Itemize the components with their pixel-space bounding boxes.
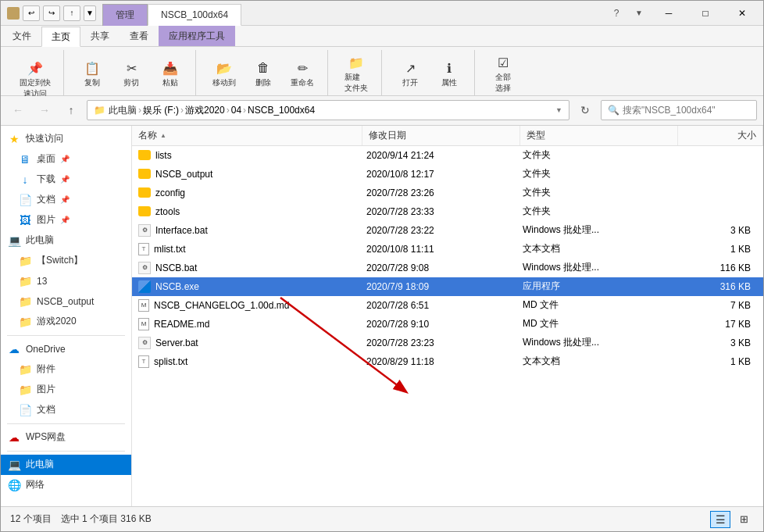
ribbon-btns-select: ☑ 全部选择 <box>484 50 522 97</box>
file-row[interactable]: T mlist.txt 2020/10/8 11:11 文本文档 1 KB <box>132 240 763 259</box>
maximize-button[interactable]: □ <box>687 1 723 26</box>
window: ↩ ↪ ↑ ▼ 管理 NSCB_100dx64 ? ▼ ─ □ ✕ 文件 <box>0 0 764 532</box>
file-row[interactable]: lists 2020/9/14 21:24 文件夹 <box>132 146 763 165</box>
tab-manage[interactable]: 管理 <box>102 4 148 26</box>
sidebar-item-thispc[interactable]: 💻 此电脑 <box>1 230 131 251</box>
address-bar: ← → ↑ 📁 此电脑 › 娱乐 (F:) › 游戏2020 › 04 › NS… <box>1 96 763 126</box>
md-icon: M <box>138 299 149 312</box>
file-type-cell: 文本文档 <box>516 355 673 368</box>
address-box[interactable]: 📁 此电脑 › 娱乐 (F:) › 游戏2020 › 04 › NSCB_100… <box>87 100 569 120</box>
sidebar-item-label: 网络 <box>26 478 45 491</box>
sidebar-item-label: 文档 <box>37 193 55 206</box>
tab-apptool[interactable]: 应用程序工具 <box>159 26 235 46</box>
file-row[interactable]: ztools 2020/7/28 23:33 文件夹 <box>132 202 763 221</box>
status-bar: 12 个项目 选中 1 个项目 316 KB ☰ ⊞ <box>1 506 763 531</box>
file-row[interactable]: zconfig 2020/7/28 23:26 文件夹 <box>132 184 763 202</box>
col-header-date[interactable]: 修改日期 <box>362 126 520 145</box>
md-icon: M <box>138 318 149 330</box>
sidebar-item-pictures[interactable]: 🖼 图片 📌 <box>1 210 131 230</box>
ribbon-btns-organize: 📂 移动到 🗑 删除 ✏ 重命名 <box>205 50 321 97</box>
sidebar-item-nscb-output[interactable]: 📁 NSCB_output <box>1 291 131 312</box>
close-button[interactable]: ✕ <box>724 1 760 26</box>
sidebar-item-13[interactable]: 📁 13 <box>1 271 131 291</box>
sidebar-item-docs2[interactable]: 📄 文档 <box>1 400 131 420</box>
list-view-button[interactable]: ☰ <box>710 511 730 528</box>
file-row[interactable]: M README.md 2020/7/28 9:10 MD 文件 17 KB <box>132 315 763 334</box>
file-name-cell: ztools <box>132 206 360 217</box>
selected-count: 选中 1 个项目 316 KB <box>61 512 152 526</box>
file-type-cell: 文本文档 <box>516 242 673 255</box>
back-button[interactable]: ← <box>7 100 29 120</box>
tab-window-title[interactable]: NSCB_100dx64 <box>148 4 241 26</box>
file-row[interactable]: ⚙ NSCB.bat 2020/7/28 9:08 Windows 批处理...… <box>132 259 763 277</box>
file-name-cell: T splist.txt <box>132 355 360 368</box>
file-name: mlist.txt <box>154 244 354 255</box>
open-btn[interactable]: ↗ 打开 <box>391 55 429 91</box>
sidebar-item-label: 图片 <box>37 213 55 227</box>
tab-share[interactable]: 共享 <box>80 26 120 46</box>
cut-btn[interactable]: ✂ 剪切 <box>112 55 150 91</box>
pin-to-quickaccess-btn[interactable]: 📌 固定到快速访问 <box>13 55 57 102</box>
properties-btn[interactable]: ℹ 属性 <box>430 55 468 91</box>
search-box: 🔍 <box>601 100 757 120</box>
tab-file[interactable]: 文件 <box>2 26 41 46</box>
tab-view[interactable]: 查看 <box>120 26 159 46</box>
sidebar-item-pictures2[interactable]: 📁 图片 <box>1 380 131 400</box>
move-btn[interactable]: 📂 移动到 <box>205 55 243 91</box>
forward-button[interactable]: → <box>34 100 55 120</box>
file-row[interactable]: T splist.txt 2020/8/29 11:18 文本文档 1 KB <box>132 352 763 371</box>
chevron-down-icon[interactable]: ▼ <box>628 3 650 23</box>
paste-btn[interactable]: 📥 粘贴 <box>152 55 189 91</box>
search-input[interactable] <box>623 105 750 116</box>
file-row[interactable]: ⚙ Interface.bat 2020/7/28 23:22 Windows … <box>132 221 763 240</box>
sidebar-item-desktop[interactable]: 🖥 桌面 📌 <box>1 149 131 170</box>
tab-home[interactable]: 主页 <box>41 27 80 47</box>
sidebar-item-label: 此电脑 <box>26 234 54 247</box>
minimize-button[interactable]: ─ <box>651 1 687 26</box>
file-row[interactable]: NSCB_output 2020/10/8 12:17 文件夹 <box>132 165 763 184</box>
sidebar-item-onedrive[interactable]: ☁ OneDrive <box>1 339 131 359</box>
newfolder-btn[interactable]: 📁 新建文件夹 <box>337 50 375 97</box>
file-date-cell: 2020/8/29 11:18 <box>360 356 516 367</box>
copy-btn[interactable]: 📋 复制 <box>73 55 111 91</box>
selectall-btn[interactable]: ☑ 全部选择 <box>484 50 522 97</box>
sidebar-item-switch[interactable]: 📁 【Switch】 <box>1 251 131 271</box>
col-header-type[interactable]: 类型 <box>520 126 678 145</box>
file-name-cell: NSCB.exe <box>132 280 360 293</box>
undo-btn[interactable]: ↩ <box>23 5 40 21</box>
sidebar-item-docs[interactable]: 📄 文档 📌 <box>1 190 131 210</box>
refresh-button[interactable]: ↻ <box>574 100 596 120</box>
sidebar-item-quickaccess[interactable]: ★ 快速访问 <box>1 129 131 149</box>
folder-icon <box>138 150 151 160</box>
bat-icon: ⚙ <box>138 262 151 274</box>
cloud-icon: ☁ <box>7 343 21 355</box>
folder-icon: 📁 <box>18 255 32 267</box>
pin-indicator: 📌 <box>60 195 70 204</box>
file-row[interactable]: ⚙ Server.bat 2020/7/28 23:23 Windows 批处理… <box>132 334 763 352</box>
rename-btn[interactable]: ✏ 重命名 <box>284 55 321 91</box>
up-button[interactable]: ↑ <box>60 100 82 120</box>
more-btn[interactable]: ▼ <box>84 5 96 21</box>
sidebar-item-wpsdisk[interactable]: ☁ WPS网盘 <box>1 427 131 448</box>
txt-icon: T <box>138 243 149 255</box>
col-header-size[interactable]: 大小 <box>678 126 764 145</box>
sort-icon: ▲ <box>160 132 166 139</box>
large-icon-view-button[interactable]: ⊞ <box>734 511 754 528</box>
file-name-cell: ⚙ Interface.bat <box>132 224 360 237</box>
sidebar-item-fujian[interactable]: 📁 附件 <box>1 359 131 380</box>
file-row[interactable]: NSCB.exe 2020/7/9 18:09 应用程序 316 KB <box>132 277 763 296</box>
redo-btn[interactable]: ↪ <box>43 5 60 21</box>
sidebar-item-games2020[interactable]: 📁 游戏2020 <box>1 312 131 332</box>
sidebar-item-downloads[interactable]: ↓ 下载 📌 <box>1 170 131 190</box>
delete-btn[interactable]: 🗑 删除 <box>245 55 282 91</box>
star-icon: ★ <box>7 133 21 145</box>
up-btn[interactable]: ↑ <box>63 5 80 21</box>
help-icon[interactable]: ? <box>605 3 627 23</box>
selectall-icon: ☑ <box>494 53 512 72</box>
file-row[interactable]: M NSCB_CHANGELOG_1.00d.md 2020/7/28 6:51… <box>132 296 763 315</box>
file-name-cell: ⚙ NSCB.bat <box>132 262 360 274</box>
col-header-name[interactable]: 名称 ▲ <box>132 126 362 145</box>
chevron-down-icon[interactable]: ▼ <box>555 106 562 114</box>
sidebar-item-thispc2[interactable]: 💻 此电脑 <box>1 455 131 475</box>
sidebar-item-network[interactable]: 🌐 网络 <box>1 475 131 495</box>
